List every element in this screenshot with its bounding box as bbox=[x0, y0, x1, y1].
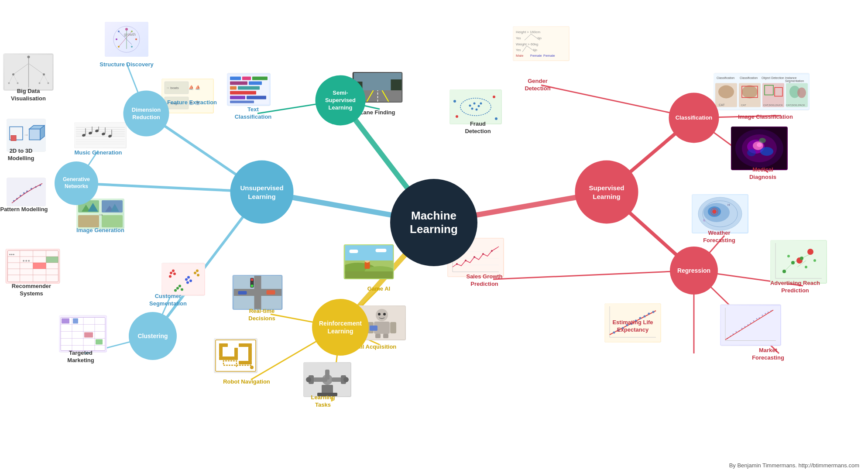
svg-rect-208 bbox=[375, 334, 381, 338]
label-feature-extraction: Feature Extraction bbox=[167, 99, 217, 106]
svg-text:No: No bbox=[533, 48, 537, 51]
svg-point-300 bbox=[491, 250, 493, 252]
label-learning-tasks: LearningTasks bbox=[311, 394, 335, 409]
svg-point-311 bbox=[791, 261, 795, 264]
label-targeted: TargetedMarketing bbox=[67, 350, 94, 364]
svg-rect-196 bbox=[364, 262, 370, 269]
svg-text:→: → bbox=[98, 211, 104, 218]
svg-rect-136 bbox=[162, 264, 204, 295]
svg-text:Segmentation: Segmentation bbox=[785, 79, 804, 82]
svg-point-141 bbox=[185, 278, 188, 281]
svg-point-38 bbox=[131, 46, 133, 48]
node-classification-label: Classification bbox=[676, 114, 713, 122]
svg-point-210 bbox=[378, 313, 381, 315]
svg-text:Female: Female bbox=[543, 54, 555, 58]
label-music-generation: Music Generation bbox=[74, 149, 122, 157]
svg-rect-201 bbox=[349, 250, 358, 253]
thumb-feature-extraction: → boats → mugs ⛵ ☕ ⛵ ☕ bbox=[161, 79, 214, 113]
node-unsupervised: UnsupervisedLearning bbox=[230, 161, 294, 224]
svg-rect-156 bbox=[252, 76, 268, 80]
svg-point-276 bbox=[757, 143, 762, 147]
node-supervised-label: SupervisedLearning bbox=[589, 184, 624, 201]
svg-text:→: → bbox=[24, 131, 29, 137]
label-realtime: Real-timeDecisions bbox=[248, 308, 275, 322]
svg-rect-216 bbox=[313, 377, 327, 382]
svg-point-221 bbox=[343, 377, 349, 382]
svg-point-50 bbox=[27, 55, 30, 58]
svg-point-278 bbox=[747, 149, 756, 156]
label-image-classification: Image Classification bbox=[738, 113, 793, 121]
svg-text:★★★: ★★★ bbox=[22, 259, 30, 262]
svg-point-147 bbox=[181, 288, 183, 291]
svg-rect-105 bbox=[29, 129, 40, 140]
thumb-image-classification: Classification Classification Object Det… bbox=[714, 73, 810, 110]
node-reinforcement-label: ReinforcementLearning bbox=[319, 319, 362, 335]
svg-point-40 bbox=[116, 38, 117, 40]
svg-point-137 bbox=[170, 271, 172, 274]
svg-text:Object Detection: Object Detection bbox=[762, 76, 784, 79]
svg-point-204 bbox=[376, 309, 388, 321]
thumb-text-classification bbox=[227, 73, 271, 106]
svg-rect-180 bbox=[238, 291, 247, 295]
svg-rect-207 bbox=[390, 322, 396, 333]
svg-point-345 bbox=[762, 315, 763, 316]
svg-point-346 bbox=[765, 313, 766, 314]
svg-text:No: No bbox=[538, 37, 542, 40]
thumb-targeted-marketing bbox=[59, 315, 107, 353]
svg-point-260 bbox=[742, 85, 758, 98]
label-structure-discovery: Structure Discovery bbox=[99, 61, 154, 69]
node-clustering: Clustering bbox=[129, 312, 177, 360]
svg-text:Yes: Yes bbox=[516, 37, 521, 40]
label-lane-finding: Lane Finding bbox=[360, 109, 395, 117]
svg-text:Height > 160cm: Height > 160cm bbox=[516, 30, 541, 34]
svg-point-177 bbox=[250, 278, 253, 281]
svg-point-309 bbox=[807, 249, 813, 255]
node-semi-label: Semi-SupervisedLearning bbox=[325, 89, 356, 112]
svg-point-310 bbox=[782, 270, 786, 273]
svg-point-312 bbox=[800, 257, 803, 260]
thumb-adreach bbox=[770, 240, 827, 284]
svg-rect-120 bbox=[46, 257, 58, 263]
svg-rect-222 bbox=[322, 385, 333, 394]
svg-point-315 bbox=[787, 255, 790, 257]
node-semi-supervised: Semi-SupervisedLearning bbox=[316, 75, 366, 126]
svg-text:Classification: Classification bbox=[717, 76, 734, 79]
svg-rect-134 bbox=[84, 332, 93, 337]
thumb-market-forecasting bbox=[720, 305, 781, 346]
svg-rect-185 bbox=[219, 343, 223, 356]
svg-point-55 bbox=[38, 82, 40, 84]
svg-point-37 bbox=[135, 38, 137, 40]
svg-point-34 bbox=[125, 28, 128, 31]
svg-text:⛵: ⛵ bbox=[195, 85, 201, 90]
svg-point-269 bbox=[797, 87, 806, 98]
node-classification: Classification bbox=[669, 93, 719, 143]
svg-text:CAT,DOG,DUCK: CAT,DOG,DUCK bbox=[763, 103, 783, 106]
svg-text:Instance: Instance bbox=[785, 76, 797, 79]
thumb-structure-discovery: growth bbox=[105, 22, 148, 57]
svg-rect-160 bbox=[238, 86, 260, 89]
svg-point-279 bbox=[759, 138, 766, 143]
node-dim-label: DimensionReduction bbox=[132, 106, 161, 121]
svg-text:●●●: ●●● bbox=[9, 253, 14, 256]
svg-point-149 bbox=[194, 271, 196, 274]
svg-point-286 bbox=[712, 209, 717, 214]
svg-point-144 bbox=[186, 281, 189, 284]
svg-point-299 bbox=[482, 253, 484, 255]
svg-text:growth: growth bbox=[124, 32, 136, 37]
label-robot-nav: Robot Navigation bbox=[223, 378, 270, 386]
svg-point-56 bbox=[47, 82, 49, 84]
node-machine-learning: Machine Learning bbox=[390, 179, 477, 266]
svg-point-228 bbox=[478, 105, 480, 107]
node-generative-label: GenerativeNetworks bbox=[63, 176, 90, 190]
svg-rect-119 bbox=[33, 263, 46, 269]
label-gender-detection: GenderDetection bbox=[525, 78, 550, 93]
label-fraud-detection: FraudDetection bbox=[465, 120, 491, 135]
svg-rect-186 bbox=[219, 356, 234, 360]
thumb-fraud-detection bbox=[449, 89, 502, 124]
svg-rect-209 bbox=[383, 334, 388, 338]
label-weather-forecasting: WeatherForecasting bbox=[703, 230, 735, 244]
svg-text:CAT: CAT bbox=[741, 103, 746, 106]
svg-point-39 bbox=[118, 46, 120, 48]
node-regression-label: Regression bbox=[677, 267, 710, 274]
svg-point-233 bbox=[493, 96, 495, 98]
